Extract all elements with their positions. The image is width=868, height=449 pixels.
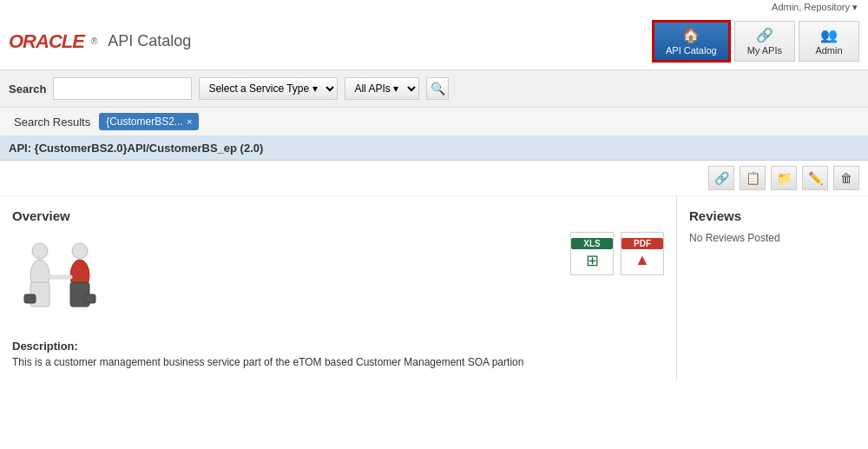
edit-tool-icon: ✏️ <box>808 171 823 185</box>
users-icon: 👥 <box>820 27 838 43</box>
nav-my-apis-button[interactable]: 🔗 My APIs <box>734 21 795 62</box>
all-apis-select[interactable]: All APIs ▾ <box>345 77 419 100</box>
link-tool-icon: 🔗 <box>714 171 729 185</box>
header: ORACLE ® API Catalog 🏠 API Catalog 🔗 My … <box>0 13 868 70</box>
copy-tool-icon: 📋 <box>746 171 760 185</box>
search-label: Search <box>9 83 46 96</box>
delete-tool-icon: 🗑 <box>840 171 852 185</box>
tabs-row: Search Results {CustomerBS2... × <box>0 108 868 136</box>
search-icon: 🔍 <box>431 82 445 96</box>
active-tab-label: {CustomerBS2... <box>106 116 183 128</box>
oracle-logo: ORACLE <box>9 30 84 53</box>
overview-panel: Overview <box>0 196 677 380</box>
svg-point-3 <box>72 243 88 259</box>
description-label: Description: <box>12 340 664 353</box>
close-tab-icon[interactable]: × <box>187 116 192 127</box>
nav-api-catalog-button[interactable]: 🏠 API Catalog <box>652 20 731 63</box>
xls-label: XLS <box>571 238 613 249</box>
overview-top: XLS ⊞ PDF ▲ <box>12 232 664 327</box>
nav-api-catalog-label: API Catalog <box>666 45 717 56</box>
edit-tool-button[interactable]: ✏️ <box>802 166 828 190</box>
app-title: API Catalog <box>108 32 191 50</box>
toolbar: 🔗 📋 📁 ✏️ 🗑 <box>0 161 868 196</box>
copy-tool-button[interactable]: 📋 <box>740 166 766 190</box>
xls-export-button[interactable]: XLS ⊞ <box>570 232 614 275</box>
description-text: This is a customer management business s… <box>12 356 664 368</box>
header-left: ORACLE ® API Catalog <box>9 30 191 53</box>
admin-label[interactable]: Admin, Repository ▾ <box>772 2 858 12</box>
pdf-export-button[interactable]: PDF ▲ <box>621 232 664 275</box>
folder-tool-button[interactable]: 📁 <box>771 166 797 190</box>
business-image <box>12 232 108 327</box>
reviews-title: Reviews <box>689 208 856 223</box>
top-admin-bar: Admin, Repository ▾ <box>0 0 868 13</box>
nav-my-apis-label: My APIs <box>747 45 782 56</box>
main-content: Overview <box>0 196 868 380</box>
nav-admin-button[interactable]: 👥 Admin <box>799 21 859 62</box>
no-reviews-text: No Reviews Posted <box>689 232 856 244</box>
delete-tool-button[interactable]: 🗑 <box>833 166 859 190</box>
nav-admin-label: Admin <box>815 45 842 56</box>
folder-tool-icon: 📁 <box>777 171 792 185</box>
xls-icon: ⊞ <box>586 251 599 270</box>
service-type-select[interactable]: Select a Service Type ▾ <box>199 77 338 100</box>
export-buttons: XLS ⊞ PDF ▲ <box>570 232 664 275</box>
pdf-label: PDF <box>621 238 663 249</box>
svg-rect-7 <box>24 294 36 303</box>
overview-title: Overview <box>12 208 664 223</box>
reviews-panel: Reviews No Reviews Posted <box>677 196 868 380</box>
nav-buttons: 🏠 API Catalog 🔗 My APIs 👥 Admin <box>652 20 859 63</box>
pdf-icon: ▲ <box>635 251 650 269</box>
trademark-icon: ® <box>91 36 97 46</box>
search-results-label: Search Results <box>9 114 95 130</box>
link-icon: 🔗 <box>756 27 773 43</box>
link-tool-button[interactable]: 🔗 <box>708 166 734 190</box>
api-header-bar: API: {CustomerBS2.0}API/CustomerBS_ep (2… <box>0 136 868 161</box>
search-input[interactable] <box>53 77 192 100</box>
description-section: Description: This is a customer manageme… <box>12 340 664 368</box>
home-icon: 🏠 <box>682 27 700 43</box>
search-bar: Search Select a Service Type ▾ All APIs … <box>0 70 868 108</box>
active-tab[interactable]: {CustomerBS2... × <box>99 113 199 130</box>
api-path-text: API: {CustomerBS2.0}API/CustomerBS_ep (2… <box>9 142 263 155</box>
svg-point-0 <box>32 243 48 259</box>
svg-rect-8 <box>84 294 95 303</box>
search-button[interactable]: 🔍 <box>426 77 449 100</box>
